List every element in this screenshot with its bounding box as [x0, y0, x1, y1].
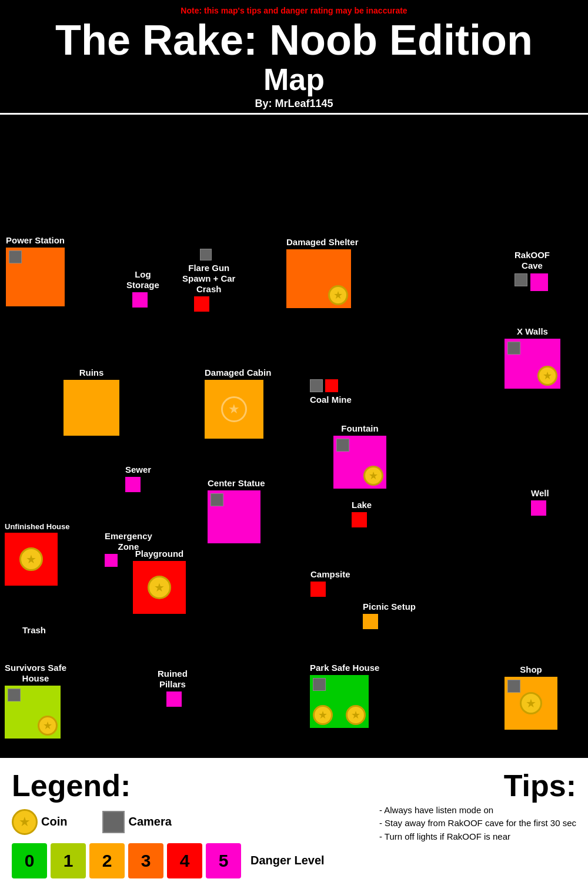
danger-1: 1: [51, 843, 86, 878]
loc-ruined-pillars: RuinedPillars: [158, 669, 188, 707]
camera-legend-icon: [102, 811, 125, 833]
loc-well: Well: [531, 488, 549, 516]
loc-campsite: Campsite: [310, 569, 350, 597]
loc-shop: Shop ★: [505, 664, 557, 730]
title-line2: Map: [0, 63, 588, 96]
camera-icon: [507, 342, 520, 355]
camera-legend-group: Camera: [102, 811, 171, 833]
star-outline-icon: ★: [221, 396, 247, 422]
tip-2: - Stay away from RakOOF cave for the fir…: [379, 817, 576, 830]
coin-icon: ★: [313, 705, 333, 725]
legend-title: Legend:: [12, 770, 325, 801]
loc-fountain: Fountain ★: [333, 423, 386, 489]
legend-area: Legend: ★ Coin Camera 0 1 2 3 4 5 Danger…: [0, 760, 588, 882]
coal-mine-marker: [325, 379, 338, 392]
tips-section: Tips: - Always have listen mode on - Sta…: [379, 770, 576, 844]
coin-icon: ★: [363, 466, 383, 486]
loc-flare-gun: Flare GunSpawn + CarCrash: [182, 249, 235, 312]
well-marker: [531, 500, 546, 516]
lake-marker: [352, 512, 367, 527]
camera-icon: [310, 379, 323, 392]
ruins-box: [64, 380, 119, 436]
camera-icon: [200, 249, 212, 260]
tip-1: - Always have listen mode on: [379, 804, 576, 817]
danger-label: Danger Level: [250, 854, 325, 867]
loc-unfinished-house: Unfinished House ★: [5, 522, 70, 586]
danger-row: 0 1 2 3 4 5 Danger Level: [12, 843, 325, 878]
tips-title: Tips:: [379, 770, 576, 801]
legend-icons: ★ Coin Camera: [12, 809, 325, 835]
coin-legend-group: ★ Coin: [12, 809, 67, 835]
campsite-marker: [310, 582, 326, 597]
flare-gun-marker: [194, 296, 209, 312]
tip-3: - Turn off lights if RakOOF is near: [379, 830, 576, 844]
coin-icon: ★: [19, 547, 43, 571]
camera-legend-label: Camera: [128, 815, 171, 828]
coin-legend-icon: ★: [12, 809, 38, 835]
loc-damaged-cabin: Damaged Cabin ★: [205, 368, 271, 439]
loc-center-statue: Center Statue: [208, 478, 265, 543]
sewer-marker: [125, 477, 141, 492]
picnic-marker: [363, 614, 378, 629]
coin-icon: ★: [148, 576, 171, 599]
loc-lake: Lake: [352, 500, 372, 527]
coin-icon: ★: [328, 285, 348, 305]
loc-playground: Playground ★: [133, 549, 186, 614]
danger-3: 3: [128, 843, 163, 878]
danger-2: 2: [89, 843, 125, 878]
loc-picnic-setup: Picnic Setup: [363, 602, 416, 629]
loc-x-walls: X Walls ★: [505, 326, 560, 389]
camera-icon: [514, 273, 527, 286]
loc-rakoof-cave: RakOOFCave: [514, 250, 550, 291]
coin-legend-label: Coin: [41, 815, 67, 828]
loc-coal-mine: Coal Mine: [310, 379, 352, 407]
title-line1: The Rake: Noob Edition: [0, 18, 588, 63]
danger-5: 5: [206, 843, 241, 878]
camera-icon: [507, 680, 520, 693]
camera-icon: [211, 493, 223, 506]
loc-power-station: Power Station: [6, 235, 65, 306]
loc-trash: Trash: [22, 625, 46, 637]
camera-icon: [313, 678, 326, 691]
danger-0: 0: [12, 843, 47, 878]
tips-content: - Always have listen mode on - Stay away…: [379, 804, 576, 844]
loc-ruins: Ruins: [64, 368, 119, 436]
coin-icon: ★: [520, 692, 542, 714]
legend-left: Legend: ★ Coin Camera 0 1 2 3 4 5 Danger…: [12, 770, 325, 878]
coin-icon: ★: [537, 366, 557, 386]
camera-icon: [8, 689, 21, 701]
camera-icon: [9, 250, 22, 263]
ruined-pillars-marker: [166, 691, 182, 707]
emergency-zone-marker: [105, 554, 118, 567]
header: Note: this map's tips and danger rating …: [0, 0, 588, 113]
camera-icon: [336, 439, 349, 452]
legend-top: Legend: ★ Coin Camera 0 1 2 3 4 5 Danger…: [12, 770, 576, 878]
danger-4: 4: [167, 843, 202, 878]
loc-damaged-shelter: Damaged Shelter ★: [286, 237, 359, 308]
byline: By: MrLeaf1145: [0, 98, 588, 110]
loc-sewer: Sewer: [125, 465, 151, 492]
map-area: Power Station LogStorage Flare GunSpawn …: [0, 113, 588, 760]
note-text: Note: this map's tips and danger rating …: [0, 6, 588, 15]
loc-log-storage: LogStorage: [126, 269, 159, 308]
coin-icon-2: ★: [346, 705, 366, 725]
coin-icon: ★: [38, 716, 58, 736]
log-storage-marker: [132, 292, 148, 308]
loc-park-safe-house: Park Safe House ★ ★: [310, 663, 379, 728]
rakoof-marker: [530, 273, 548, 291]
loc-survivors-safe-house: Survivors SafeHouse ★: [5, 663, 66, 739]
